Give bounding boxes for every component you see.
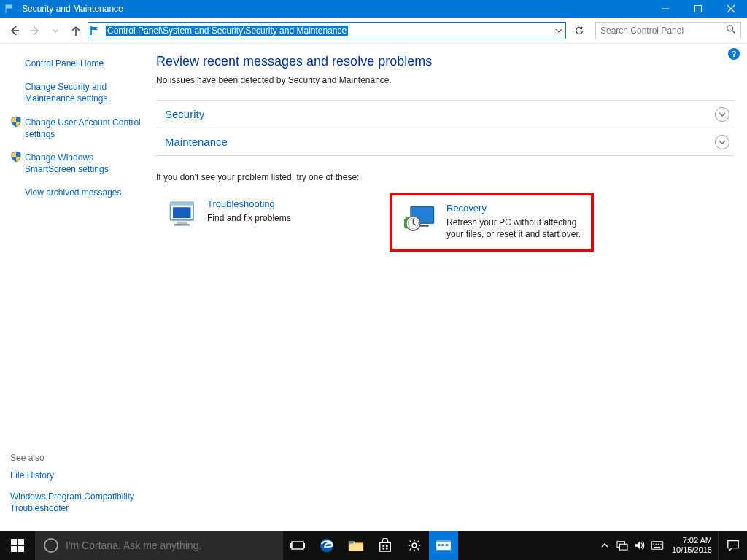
- sidebar-item-archived-messages[interactable]: View archived messages: [10, 184, 146, 201]
- recent-dropdown[interactable]: [47, 22, 64, 39]
- options-row: Troubleshooting Find and fix problems Re…: [156, 192, 734, 252]
- svg-rect-19: [11, 546, 17, 552]
- tray-time: 7:02 AM: [672, 536, 712, 545]
- cortana-input[interactable]: [66, 540, 283, 551]
- svg-line-3: [727, 5, 735, 12]
- accordion: Security Maintenance: [156, 100, 734, 156]
- search-input[interactable]: [600, 26, 726, 36]
- nav-toolbar: Control Panel\System and Security\Securi…: [0, 18, 747, 44]
- svg-rect-18: [18, 539, 24, 545]
- tray-show-hidden[interactable]: [596, 531, 614, 560]
- main-panel: Review recent messages and resolve probl…: [153, 44, 747, 531]
- option-title[interactable]: Troubleshooting: [207, 198, 275, 209]
- tray-keyboard-icon[interactable]: [649, 531, 666, 560]
- svg-rect-43: [441, 544, 444, 546]
- maximize-button[interactable]: [681, 0, 714, 18]
- taskbar-settings[interactable]: [400, 531, 429, 560]
- svg-rect-23: [303, 543, 305, 548]
- svg-line-38: [417, 541, 419, 542]
- section-maintenance[interactable]: Maintenance: [156, 128, 734, 156]
- see-also-heading: See also: [10, 453, 146, 463]
- sidebar-item-change-security-settings[interactable]: Change Security and Maintenance settings: [10, 79, 146, 106]
- svg-rect-26: [349, 542, 353, 544]
- cortana-search[interactable]: [35, 531, 283, 560]
- taskbar-edge[interactable]: [312, 531, 341, 560]
- svg-rect-10: [173, 207, 191, 218]
- section-security[interactable]: Security: [156, 101, 734, 128]
- sidebar-link[interactable]: Change User Account Control settings: [25, 114, 146, 142]
- svg-point-31: [412, 543, 417, 548]
- svg-rect-12: [174, 224, 190, 226]
- tray-volume-icon[interactable]: [631, 531, 649, 560]
- minimize-button[interactable]: [649, 0, 681, 18]
- sidebar-link[interactable]: View archived messages: [25, 184, 122, 201]
- svg-line-36: [410, 541, 411, 542]
- sidebar-link[interactable]: Change Security and Maintenance settings: [25, 79, 146, 106]
- address-flag-icon: [90, 25, 104, 36]
- sidebar-item-change-smartscreen[interactable]: Change Windows SmartScreen settings: [10, 149, 146, 177]
- option-recovery[interactable]: Recovery Refresh your PC without affecti…: [390, 192, 594, 252]
- search-box[interactable]: [595, 22, 741, 39]
- svg-line-2: [727, 5, 735, 12]
- help-button[interactable]: ?: [728, 48, 740, 60]
- action-center-button[interactable]: [718, 531, 747, 560]
- sidebar: Control Panel Home Change Security and M…: [0, 44, 153, 531]
- see-also-compat-troubleshooter[interactable]: Windows Program Compatibility Troublesho…: [10, 489, 146, 516]
- sidebar-item-control-panel-home[interactable]: Control Panel Home: [10, 55, 146, 71]
- tray-network-icon[interactable]: [614, 531, 631, 560]
- recovery-icon: [404, 203, 438, 236]
- taskbar-control-panel[interactable]: [429, 531, 458, 560]
- chevron-down-icon: [715, 107, 729, 122]
- svg-line-39: [410, 548, 411, 550]
- back-button[interactable]: [6, 22, 23, 39]
- address-bar[interactable]: Control Panel\System and Security\Securi…: [88, 22, 566, 39]
- up-button[interactable]: [67, 22, 85, 39]
- taskbar-store[interactable]: [371, 531, 400, 560]
- svg-point-49: [653, 544, 654, 545]
- svg-rect-1: [694, 6, 701, 12]
- window-title: Security and Maintenance: [22, 4, 649, 14]
- tray-date: 10/15/2015: [672, 545, 712, 555]
- tray-clock[interactable]: 7:02 AM 10/15/2015: [666, 536, 718, 555]
- status-text: No issues have been detected by Security…: [156, 75, 734, 85]
- svg-rect-17: [11, 539, 17, 545]
- taskbar-explorer[interactable]: [341, 531, 371, 560]
- window-flag-icon: [3, 3, 18, 15]
- svg-rect-11: [177, 222, 187, 225]
- option-desc: Find and fix problems: [207, 212, 291, 224]
- shield-icon: [10, 116, 22, 128]
- address-dropdown[interactable]: [552, 23, 565, 39]
- system-tray: 7:02 AM 10/15/2015: [596, 531, 747, 560]
- svg-rect-21: [292, 542, 303, 549]
- svg-rect-29: [382, 548, 384, 550]
- svg-rect-47: [651, 542, 662, 549]
- see-also-file-history[interactable]: File History: [10, 467, 146, 483]
- close-button[interactable]: [714, 0, 747, 18]
- task-view-button[interactable]: [283, 531, 312, 560]
- see-also-section: See also File History Windows Program Co…: [10, 453, 146, 524]
- sidebar-link[interactable]: Control Panel Home: [25, 55, 104, 71]
- forward-button[interactable]: [26, 22, 44, 39]
- sidebar-item-change-uac[interactable]: Change User Account Control settings: [10, 114, 146, 142]
- chevron-down-icon: [715, 135, 729, 149]
- page-heading: Review recent messages and resolve probl…: [156, 54, 734, 69]
- svg-point-6: [727, 25, 733, 31]
- address-path: Control Panel\System and Security\Securi…: [106, 26, 348, 36]
- search-icon: [726, 24, 736, 37]
- svg-rect-9: [171, 202, 194, 205]
- svg-rect-25: [349, 545, 363, 551]
- shield-icon: [10, 151, 22, 163]
- content-area: ? Control Panel Home Change Security and…: [0, 44, 747, 531]
- sidebar-link[interactable]: Change Windows SmartScreen settings: [25, 149, 146, 177]
- svg-rect-46: [619, 544, 627, 550]
- svg-point-52: [660, 544, 662, 545]
- refresh-button[interactable]: [570, 22, 588, 39]
- start-button[interactable]: [0, 531, 35, 560]
- svg-rect-41: [436, 540, 451, 542]
- svg-line-37: [417, 548, 419, 550]
- option-title[interactable]: Recovery: [446, 203, 487, 214]
- option-troubleshooting[interactable]: Troubleshooting Find and fix problems: [156, 192, 368, 235]
- svg-rect-42: [438, 544, 441, 546]
- svg-rect-20: [18, 546, 24, 552]
- svg-rect-44: [446, 544, 449, 546]
